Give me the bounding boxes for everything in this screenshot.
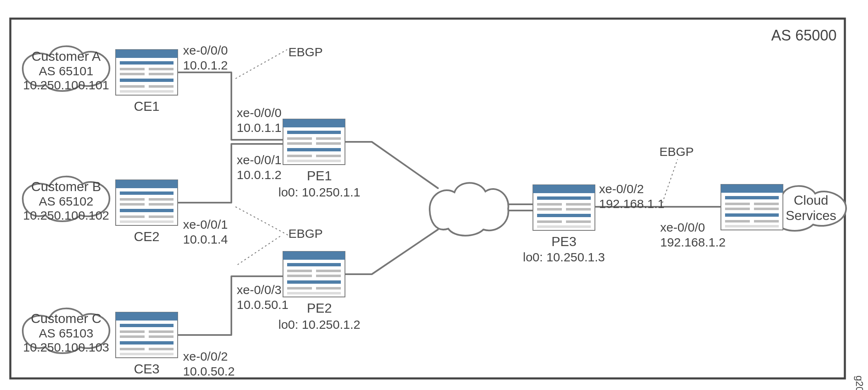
customer-a-as: AS 65101	[39, 64, 93, 78]
ebgp-dotted-mid2	[238, 236, 281, 265]
ce2-out-if: xe-0/0/1	[183, 218, 228, 231]
ce3-out-ip: 10.0.50.2	[183, 364, 235, 378]
pe3-lo0: lo0: 10.250.1.3	[523, 250, 605, 264]
pe1-bot-if: xe-0/0/1	[237, 153, 281, 167]
ce1-out-if: xe-0/0/0	[183, 43, 228, 57]
ce1-router-icon	[116, 50, 178, 95]
ce3-router-icon	[116, 312, 178, 358]
customer-b-as: AS 65102	[39, 194, 93, 208]
customer-b-ip: 10.250.100.102	[23, 208, 109, 222]
ce3-label: CE3	[134, 361, 159, 376]
diagram-svg: Customer A AS 65101 10.250.100.101 Custo…	[0, 0, 868, 390]
as-label: AS 65000	[771, 27, 837, 44]
customer-a-title: Customer A	[31, 49, 101, 64]
pe1-top-if: xe-0/0/0	[237, 106, 281, 120]
cloud-services-line2: Services	[786, 208, 837, 223]
customer-a-ip: 10.250.100.101	[23, 78, 109, 92]
ce1-out-ip: 10.0.1.2	[183, 58, 228, 72]
ebgp-dotted-top	[235, 50, 287, 79]
ebgp-dotted-mid	[235, 207, 289, 236]
ce2-label: CE2	[134, 229, 159, 244]
pe2-top-if: xe-0/0/3	[237, 283, 281, 297]
pe2-label: PE2	[307, 301, 332, 316]
ce3-out-if: xe-0/0/2	[183, 349, 228, 363]
customer-c-as: AS 65103	[39, 326, 93, 340]
pe3-label: PE3	[552, 234, 576, 249]
diagram-canvas: Customer A AS 65101 10.250.100.101 Custo…	[0, 0, 868, 390]
pe1-top-ip: 10.0.1.1	[237, 121, 281, 134]
pe1-label: PE1	[307, 168, 332, 183]
pe3-out-if: xe-0/0/2	[599, 182, 644, 196]
ce2-router-icon	[116, 180, 178, 225]
pe1-bot-ip: 10.0.1.2	[237, 168, 281, 182]
customer-c-ip: 10.250.100.103	[23, 340, 109, 354]
cloud-services-line1: Cloud	[794, 193, 828, 208]
figure-id: g200258	[854, 376, 865, 390]
ebgp-label-right: EBGP	[659, 145, 694, 158]
pe1-router-icon	[283, 119, 345, 165]
pe2-router-icon	[283, 251, 345, 297]
link-pe1-core	[345, 142, 438, 188]
link-pe2-core	[345, 230, 438, 274]
cloud-in-if: xe-0/0/0	[660, 220, 705, 234]
ce1-label: CE1	[134, 99, 159, 114]
pe3-out-ip: 192.168.1.1	[599, 197, 664, 211]
pe2-top-ip: 10.0.50.1	[237, 298, 288, 311]
pe2-lo0: lo0: 10.250.1.2	[278, 318, 361, 331]
customer-b-title: Customer B	[31, 179, 101, 194]
customer-c-title: Customer C	[31, 311, 102, 326]
ce2-out-ip: 10.0.1.4	[183, 232, 228, 246]
cloud-services-router-icon	[721, 184, 783, 230]
ebgp-label-top: EBGP	[288, 45, 323, 59]
pe1-lo0: lo0: 10.250.1.1	[278, 185, 361, 199]
ebgp-label-mid: EBGP	[288, 227, 323, 240]
core-cloud-icon	[430, 183, 508, 236]
cloud-in-ip: 192.168.1.2	[660, 235, 725, 249]
pe3-router-icon	[533, 185, 595, 230]
